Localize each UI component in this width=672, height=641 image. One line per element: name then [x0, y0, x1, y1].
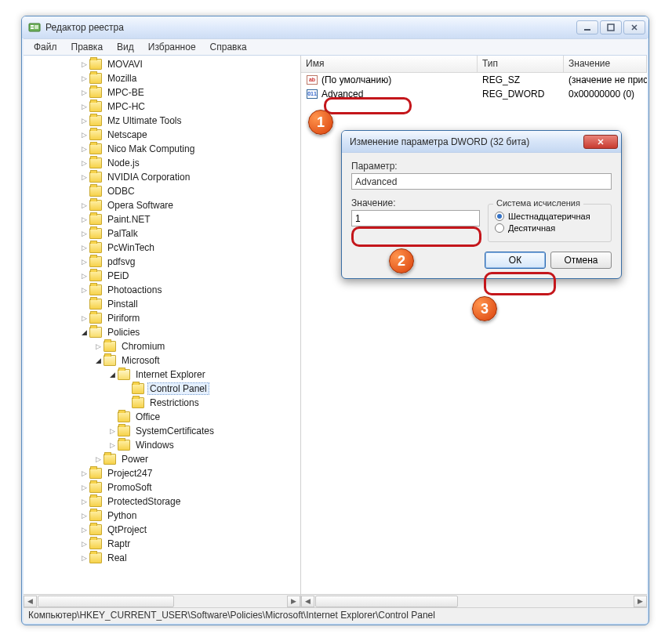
tree-toggle-icon[interactable]: ▷: [80, 215, 88, 223]
tree-toggle-icon[interactable]: ▷: [80, 145, 88, 153]
tree-toggle-icon[interactable]: ▷: [80, 117, 88, 125]
tree-item[interactable]: ▷Nico Mak Computing: [24, 142, 300, 156]
tree-toggle-icon[interactable]: ▷: [80, 60, 88, 68]
radio-dec[interactable]: Десятичная: [495, 223, 605, 233]
tree-item[interactable]: ▷PromoSoft: [24, 480, 300, 494]
tree-item[interactable]: ▷Project247: [24, 466, 300, 480]
tree-item[interactable]: ▷Photoactions: [24, 283, 300, 297]
tree-item[interactable]: ▷Windows: [24, 438, 300, 452]
tree-item[interactable]: Restrictions: [24, 396, 300, 410]
tree-item[interactable]: Office: [24, 410, 300, 424]
tree-item[interactable]: ▷MPC-HC: [24, 100, 300, 114]
tree-toggle-icon[interactable]: [80, 187, 88, 195]
menu-favorites[interactable]: Избранное: [141, 40, 203, 54]
tree-item[interactable]: ◢Policies: [24, 325, 300, 339]
tree-toggle-icon[interactable]: ▷: [80, 103, 88, 110]
tree-toggle-icon[interactable]: ◢: [94, 357, 102, 364]
tree-toggle-icon[interactable]: ▷: [80, 244, 88, 252]
tree-toggle-icon[interactable]: ▷: [80, 74, 88, 82]
tree-view[interactable]: ▷MOVAVI▷Mozilla▷MPC-BE▷MPC-HC▷Mz Ultimat…: [24, 56, 300, 594]
tree-item[interactable]: ▷Raptr: [24, 537, 300, 551]
tree-toggle-icon[interactable]: ▷: [94, 455, 102, 463]
tree-item[interactable]: ▷Piriform: [24, 311, 300, 325]
tree-toggle-icon[interactable]: ▷: [80, 554, 88, 562]
tree-toggle-icon[interactable]: ▷: [108, 441, 116, 449]
tree-toggle-icon[interactable]: ▷: [80, 159, 88, 167]
tree-item[interactable]: Pinstall: [24, 297, 300, 311]
tree-toggle-icon[interactable]: [108, 413, 116, 421]
tree-hscrollbar[interactable]: ◀ ▶: [24, 594, 300, 607]
tree-toggle-icon[interactable]: ▷: [80, 314, 88, 322]
scroll-left-icon[interactable]: ◀: [301, 596, 314, 607]
tree-item[interactable]: ▷Paint.NET: [24, 212, 300, 226]
scroll-right-icon[interactable]: ▶: [634, 596, 647, 607]
scroll-right-icon[interactable]: ▶: [287, 596, 300, 607]
tree-toggle-icon[interactable]: ▷: [80, 89, 88, 96]
menu-view[interactable]: Вид: [110, 40, 141, 54]
tree-toggle-icon[interactable]: ◢: [80, 328, 88, 336]
tree-toggle-icon[interactable]: [122, 385, 130, 393]
tree-toggle-icon[interactable]: ▷: [80, 230, 88, 237]
tree-item[interactable]: ▷MPC-BE: [24, 85, 300, 100]
scroll-left-icon[interactable]: ◀: [24, 596, 37, 607]
list-hscrollbar[interactable]: ◀ ▶: [301, 594, 647, 607]
value-field[interactable]: [351, 210, 480, 226]
close-button[interactable]: [623, 20, 645, 34]
list-row[interactable]: ab(По умолчанию)REG_SZ(значение не присв…: [301, 73, 647, 87]
cancel-button[interactable]: Отмена: [550, 252, 612, 269]
tree-toggle-icon[interactable]: ▷: [80, 512, 88, 520]
tree-item[interactable]: ODBC: [24, 184, 300, 198]
tree-toggle-icon[interactable]: ▷: [80, 483, 88, 491]
tree-toggle-icon[interactable]: [80, 300, 88, 308]
tree-item[interactable]: ▷Node.js: [24, 156, 300, 170]
titlebar[interactable]: Редактор реестра: [22, 16, 648, 38]
tree-toggle-icon[interactable]: ▷: [80, 526, 88, 534]
tree-item[interactable]: ▷pdfsvg: [24, 255, 300, 269]
tree-item[interactable]: ▷Chromium: [24, 339, 300, 353]
tree-item[interactable]: ▷Real: [24, 551, 300, 565]
tree-item[interactable]: ▷QtProject: [24, 523, 300, 537]
dialog-close-button[interactable]: [583, 135, 618, 149]
tree-item[interactable]: ▷MOVAVI: [24, 57, 300, 71]
tree-item[interactable]: ▷ProtectedStorage: [24, 494, 300, 509]
minimize-button[interactable]: [576, 20, 598, 34]
tree-item[interactable]: ▷PEiD: [24, 269, 300, 283]
tree-toggle-icon[interactable]: ▷: [80, 498, 88, 505]
list-row[interactable]: 011AdvancedREG_DWORD0x00000000 (0): [301, 87, 647, 101]
tree-item[interactable]: ▷NVIDIA Corporation: [24, 170, 300, 184]
tree-toggle-icon[interactable]: ▷: [80, 131, 88, 139]
tree-item[interactable]: Control Panel: [24, 382, 300, 396]
tree-item[interactable]: ◢Internet Explorer: [24, 368, 300, 382]
tree-toggle-icon[interactable]: ▷: [80, 201, 88, 209]
maximize-button[interactable]: [600, 20, 622, 34]
ok-button[interactable]: ОК: [485, 252, 546, 269]
tree-item[interactable]: ▷Netscape: [24, 128, 300, 142]
tree-item[interactable]: ▷Opera Software: [24, 198, 300, 212]
tree-toggle-icon[interactable]: [122, 399, 130, 407]
tree-item[interactable]: ◢Microsoft: [24, 353, 300, 368]
tree-toggle-icon[interactable]: ▷: [108, 427, 116, 435]
tree-item[interactable]: ▷Mz Ultimate Tools: [24, 114, 300, 128]
menu-help[interactable]: Справка: [203, 40, 254, 54]
tree-item[interactable]: ▷SystemCertificates: [24, 424, 300, 438]
tree-toggle-icon[interactable]: ◢: [108, 371, 116, 378]
menu-file[interactable]: Файл: [27, 40, 64, 54]
tree-toggle-icon[interactable]: ▷: [80, 173, 88, 181]
tree-toggle-icon[interactable]: ▷: [80, 540, 88, 548]
tree-item[interactable]: ▷Mozilla: [24, 71, 300, 85]
tree-toggle-icon[interactable]: ▷: [80, 469, 88, 477]
menu-edit[interactable]: Правка: [64, 40, 111, 54]
col-value[interactable]: Значение: [564, 56, 647, 72]
tree-toggle-icon[interactable]: ▷: [80, 258, 88, 266]
dialog-titlebar[interactable]: Изменение параметра DWORD (32 бита): [342, 131, 621, 153]
col-type[interactable]: Тип: [478, 56, 564, 72]
tree-toggle-icon[interactable]: ▷: [80, 272, 88, 280]
radio-hex[interactable]: Шестнадцатеричная: [495, 212, 605, 221]
tree-item[interactable]: ▷Power: [24, 452, 300, 466]
tree-item[interactable]: ▷PcWinTech: [24, 241, 300, 255]
tree-toggle-icon[interactable]: ▷: [80, 286, 88, 294]
tree-item[interactable]: ▷Python: [24, 509, 300, 523]
col-name[interactable]: Имя: [301, 56, 478, 72]
tree-toggle-icon[interactable]: ▷: [94, 342, 102, 350]
tree-item[interactable]: ▷PalTalk: [24, 226, 300, 241]
